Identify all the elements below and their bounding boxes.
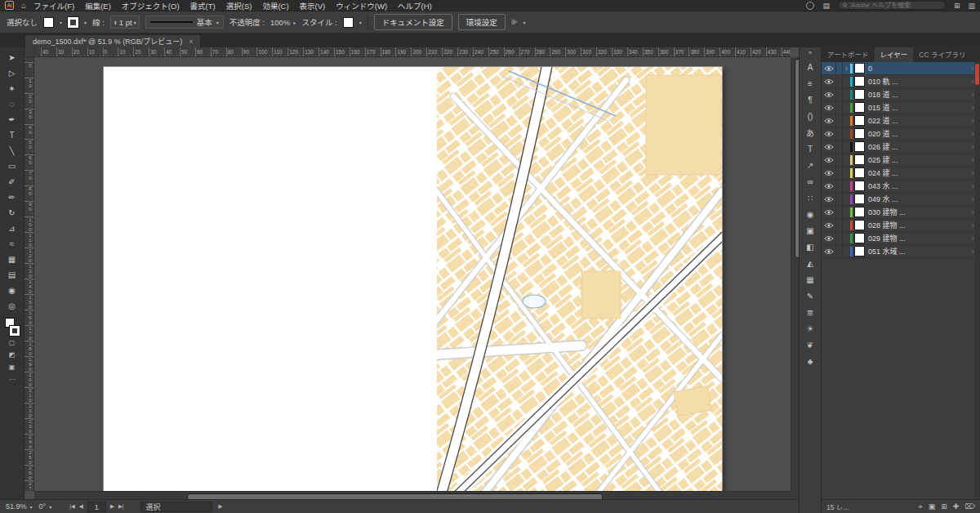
fill-color-swatch[interactable] [43, 17, 54, 28]
layer-row[interactable]: › 029 建物 ... ○ [822, 232, 980, 245]
layer-thumbnail[interactable] [854, 181, 865, 191]
layer-name[interactable]: 022 道 ... [868, 115, 967, 126]
artboard-number-field[interactable]: 1 [87, 502, 106, 512]
paintbrush-tool-icon[interactable]: ✐ [3, 174, 21, 190]
pen-tool-icon[interactable]: ✒ [3, 112, 21, 127]
workspace-switcher-icon[interactable]: ▥ [968, 2, 975, 10]
visibility-toggle[interactable] [822, 114, 836, 127]
panel-tab[interactable]: CC ライブラリ [913, 47, 971, 62]
menu-item[interactable]: ヘルプ(H) [398, 0, 432, 11]
horizontal-scrollbar[interactable] [34, 491, 791, 499]
layer-row[interactable]: › 025 建 ... ○ [822, 154, 980, 167]
layer-thumbnail[interactable] [854, 246, 865, 256]
home-icon[interactable]: ⌂ [21, 1, 26, 10]
first-artboard-button[interactable]: |◀ [69, 503, 75, 510]
type-tool-icon[interactable]: T [3, 127, 21, 143]
layer-row[interactable]: › 020 道 ... ○ [822, 127, 980, 141]
layer-name[interactable]: 020 道 ... [868, 128, 967, 139]
links-panel-icon[interactable]: ∞ [801, 173, 819, 190]
layer-row[interactable]: › 024 建 ... ○ [822, 167, 980, 180]
layer-name[interactable]: 030 建物 ... [868, 207, 967, 217]
align-caret-icon[interactable]: ▾ [523, 20, 526, 25]
expand-chevron-icon[interactable]: › [843, 65, 850, 73]
layer-thumbnail[interactable] [854, 207, 865, 217]
visibility-toggle[interactable] [822, 206, 836, 219]
horizontal-ruler[interactable]: 4030201001020304050607080901001101201301… [34, 47, 791, 57]
locate-object-icon[interactable]: ⌖ [919, 502, 923, 511]
menu-item[interactable]: 選択(S) [226, 0, 252, 11]
style-caret-icon[interactable]: ▾ [359, 20, 362, 25]
vertical-scrollbar-thumb[interactable] [795, 59, 799, 258]
symbols-panel-icon[interactable]: ❦ [801, 337, 819, 353]
glyphs-panel-icon[interactable]: あ [801, 124, 819, 141]
stroke-color-swatch[interactable] [68, 17, 78, 28]
visibility-toggle[interactable] [822, 219, 836, 232]
visibility-toggle[interactable] [822, 167, 836, 180]
visibility-toggle[interactable] [822, 101, 836, 114]
transform-panel-icon[interactable]: ∷ [801, 190, 819, 206]
layer-thumbnail[interactable] [854, 220, 865, 230]
libraries-panel-icon[interactable]: ♣ [801, 353, 819, 369]
canvas[interactable] [34, 57, 791, 491]
pencil-tool-icon[interactable]: ✏ [3, 190, 21, 205]
visibility-toggle[interactable] [822, 62, 836, 75]
menu-item[interactable]: 編集(E) [85, 0, 111, 11]
document-tab[interactable]: demo_1500.dxf* @ 51.9 % (RGB/プレビュー) × [24, 34, 201, 47]
menu-item[interactable]: 効果(C) [262, 0, 288, 11]
fill-caret-icon[interactable]: ▾ [60, 20, 62, 25]
panel-tab[interactable]: アートボード [822, 47, 875, 62]
menu-item[interactable]: オブジェクト(O) [122, 0, 180, 11]
layer-row[interactable]: › 049 水 ... ○ [822, 193, 980, 206]
layers-scrollbar-thumb[interactable] [975, 64, 979, 85]
layer-name[interactable]: 024 建 ... [868, 167, 967, 178]
layer-thumbnail[interactable] [854, 76, 865, 87]
next-artboard-button[interactable]: ▶ [110, 503, 114, 510]
layer-thumbnail[interactable] [854, 115, 865, 126]
layer-name[interactable]: 029 建物 ... [868, 233, 967, 243]
lock-toggle[interactable] [836, 62, 843, 75]
layer-name[interactable]: 010 軌 ... [868, 76, 967, 87]
horizontal-scrollbar-thumb[interactable] [187, 493, 603, 499]
lock-toggle[interactable] [836, 101, 843, 114]
lock-toggle[interactable] [836, 219, 843, 232]
layer-row[interactable]: › 022 道 ... ○ [822, 114, 980, 127]
zoom-tool-icon[interactable]: ◎ [3, 298, 21, 314]
layer-thumbnail[interactable] [854, 194, 865, 204]
prev-artboard-button[interactable]: ◀ [79, 503, 83, 510]
color-panel-icon[interactable]: ◧ [801, 239, 819, 255]
lock-toggle[interactable] [836, 88, 843, 101]
last-artboard-button[interactable]: ▶| [118, 503, 124, 510]
share-icon[interactable]: ▤ [822, 2, 830, 10]
visibility-toggle[interactable] [822, 154, 836, 167]
close-document-icon[interactable]: × [189, 38, 193, 46]
magic-wand-tool-icon[interactable]: ✶ [3, 81, 21, 96]
rotation-select[interactable]: 0°▾ [39, 502, 52, 511]
selection-tool-icon[interactable]: ➤ [3, 50, 21, 65]
layer-row[interactable]: › 028 建物 ... ○ [822, 219, 980, 232]
stroke-style-select[interactable]: 基本▾ [145, 16, 224, 29]
lock-toggle[interactable] [836, 167, 843, 180]
layer-row[interactable]: › 010 軌 ... ○ [822, 75, 980, 88]
visibility-toggle[interactable] [822, 245, 836, 258]
visibility-toggle[interactable] [822, 232, 836, 245]
layer-row[interactable]: › 0 ○ [822, 62, 980, 75]
layer-name[interactable]: 0 [868, 65, 967, 73]
color-guide-panel-icon[interactable]: ◭ [801, 255, 819, 271]
touch-type-panel-icon[interactable]: T [801, 141, 819, 157]
layer-row[interactable]: › 051 水域 ... ○ [822, 245, 980, 258]
paragraph-styles-panel-icon[interactable]: ¶ [801, 91, 819, 108]
layer-name[interactable]: 051 水域 ... [868, 246, 967, 256]
line-segment-tool-icon[interactable]: ╲ [3, 143, 21, 158]
layer-name[interactable]: 043 水 ... [868, 181, 967, 191]
layer-name[interactable]: 015 道 ... [868, 102, 967, 113]
visibility-toggle[interactable] [822, 193, 836, 206]
collapse-dock-icon[interactable]: » [808, 49, 812, 56]
layer-thumbnail[interactable] [854, 89, 865, 100]
gradient-tool-icon[interactable]: ▤ [3, 267, 21, 283]
lock-toggle[interactable] [836, 193, 843, 206]
layer-name[interactable]: 028 建物 ... [868, 220, 967, 230]
mesh-tool-icon[interactable]: ▦ [3, 252, 21, 267]
visibility-toggle[interactable] [822, 75, 836, 88]
menu-item[interactable]: ウィンドウ(W) [336, 0, 387, 11]
paragraph-panel-icon[interactable]: ≡ [801, 75, 819, 91]
